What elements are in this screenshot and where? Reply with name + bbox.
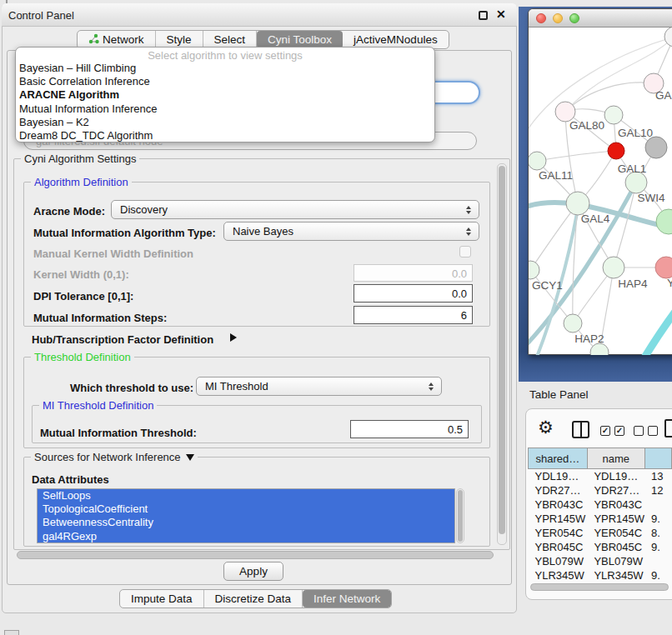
close-icon[interactable]: ✕ — [496, 8, 506, 21]
algorithm-option[interactable]: ARACNE Algorithm — [16, 88, 434, 102]
algorithm-option[interactable]: Dream8 DC_TDC Algorithm — [16, 129, 434, 142]
close-traffic-light-icon[interactable] — [536, 13, 546, 23]
table-cell[interactable] — [644, 498, 671, 512]
network-node[interactable] — [590, 343, 609, 355]
tab-style[interactable]: Style — [156, 31, 203, 48]
attribute-item[interactable]: BetweennessCentrality — [38, 516, 454, 529]
network-canvas[interactable]: GALGAL80GAL10GAL11GAL1SWI4GAL4GCY1HAP4YH… — [529, 28, 672, 355]
table-row[interactable]: YLR345WYLR345W9. — [529, 568, 672, 582]
network-node[interactable] — [566, 192, 589, 215]
table-horizontal-scrollbar[interactable] — [530, 583, 669, 591]
table-cell[interactable]: YBL079W — [587, 554, 644, 568]
network-node[interactable] — [645, 137, 667, 158]
unchecked-checkbox-icon[interactable] — [634, 426, 644, 436]
settings-vertical-scrollbar[interactable] — [497, 163, 507, 545]
attribute-item[interactable]: gal4RGexp — [38, 530, 454, 543]
mi-threshold-field[interactable]: 0.5 — [350, 420, 469, 438]
table-row[interactable]: YDL19…YDL19…13 — [529, 469, 672, 483]
minimize-traffic-light-icon[interactable] — [553, 13, 563, 23]
network-edge[interactable] — [614, 182, 636, 268]
tab-select[interactable]: Select — [203, 31, 258, 48]
tab-cyni-toolbox[interactable]: Cyni Toolbox — [257, 31, 343, 48]
columns-icon[interactable] — [572, 421, 589, 438]
float-window-icon[interactable] — [479, 11, 488, 20]
table-row[interactable]: YBR045CYBR045C9. — [529, 540, 672, 554]
table-cell[interactable]: YDL19… — [529, 469, 588, 483]
dpi-tolerance-field[interactable]: 0.0 — [354, 284, 473, 302]
table-cell[interactable]: YBL079W — [529, 554, 588, 568]
network-edge[interactable] — [537, 151, 616, 161]
table-cell[interactable]: YPR145W — [587, 512, 644, 526]
table-row[interactable]: YPR145WYPR145W9. — [529, 512, 672, 526]
table-cell[interactable]: YBR045C — [529, 540, 588, 554]
network-window-titlebar[interactable] — [529, 9, 672, 28]
table-cell[interactable]: YDL19… — [587, 469, 644, 483]
table-row[interactable]: YBR043CYBR043C — [529, 498, 672, 512]
manual-kernel-width-checkbox[interactable] — [459, 246, 471, 258]
checked-checkbox-icon[interactable]: ✓ — [614, 426, 624, 436]
network-node[interactable] — [656, 209, 672, 234]
scrollbar-thumb[interactable] — [499, 166, 505, 534]
aracne-mode-select[interactable]: Discovery — [111, 200, 479, 219]
tab-network[interactable]: Network — [78, 31, 156, 48]
resize-grip-icon[interactable] — [4, 630, 19, 635]
attribute-list-scrollbar[interactable] — [456, 488, 464, 543]
network-node[interactable] — [564, 314, 582, 332]
table-cell[interactable] — [644, 554, 671, 568]
table-cell[interactable]: 8. — [644, 526, 671, 540]
algorithm-option[interactable]: Bayesian – K2 — [16, 116, 434, 129]
mi-steps-field[interactable]: 6 — [354, 306, 473, 324]
apply-button[interactable]: Apply — [223, 562, 283, 581]
unchecked-checkbox-icon[interactable] — [648, 426, 658, 436]
scrollbar-thumb[interactable] — [458, 490, 463, 542]
table-cell[interactable]: YER054C — [529, 526, 588, 540]
table-row[interactable]: YER054CYER054C8. — [529, 526, 672, 540]
table-row[interactable]: YDR27…YDR27…12 — [529, 483, 672, 498]
network-node[interactable] — [529, 152, 546, 170]
data-attributes-list[interactable]: SelfLoopsTopologicalCoefficientBetweenne… — [37, 488, 455, 543]
table-cell[interactable]: 9. — [644, 568, 671, 582]
attribute-item[interactable]: SelfLoops — [38, 489, 454, 502]
table-cell[interactable]: YBR045C — [587, 540, 644, 554]
gear-icon[interactable]: ⚙ — [538, 418, 554, 438]
tab-impute-data[interactable]: Impute Data — [120, 590, 204, 608]
table-cell[interactable]: 13 — [644, 469, 671, 483]
network-node[interactable] — [603, 257, 624, 278]
mi-algorithm-type-select[interactable]: Naive Bayes — [223, 222, 479, 241]
which-threshold-select[interactable]: MI Threshold — [196, 377, 442, 396]
collapse-arrow-icon[interactable] — [186, 454, 194, 461]
tab-infer-network[interactable]: Infer Network — [303, 590, 391, 608]
column-header[interactable]: name — [587, 448, 644, 469]
expand-arrow-icon[interactable] — [230, 333, 237, 342]
table-cell[interactable]: YBR043C — [587, 498, 644, 512]
table-cell[interactable]: 9. — [644, 512, 671, 526]
network-node[interactable] — [608, 142, 624, 159]
tab-jactivemnodules[interactable]: jActiveMNodules — [343, 31, 449, 48]
attribute-item[interactable]: TopologicalCoefficient — [38, 502, 454, 516]
network-node[interactable] — [604, 106, 623, 124]
tab-discretize-data[interactable]: Discretize Data — [204, 590, 303, 608]
table-cell[interactable]: YDR27… — [529, 483, 588, 498]
kernel-width-field[interactable]: 0.0 — [354, 264, 473, 282]
column-header[interactable]: shared… — [529, 448, 588, 469]
settings-horizontal-scrollbar[interactable] — [17, 551, 494, 559]
table-cell[interactable]: 9. — [644, 540, 671, 554]
network-node[interactable] — [655, 257, 672, 278]
zoom-traffic-light-icon[interactable] — [569, 13, 579, 23]
table-cell[interactable]: YDR27… — [587, 483, 644, 498]
table-row[interactable]: YBL079WYBL079W — [529, 554, 672, 568]
table-cell[interactable]: YBR043C — [529, 498, 588, 512]
table-cell[interactable]: YER054C — [587, 526, 644, 540]
table-cell[interactable]: YLR345W — [529, 568, 588, 582]
network-edge[interactable] — [627, 302, 672, 355]
table-cell[interactable]: YLR345W — [587, 568, 644, 582]
algorithm-option[interactable]: Basic Correlation Inference — [16, 75, 434, 88]
table-cell[interactable]: 12 — [644, 483, 671, 498]
algorithm-option[interactable]: Mutual Information Inference — [16, 102, 434, 116]
document-icon[interactable] — [664, 419, 672, 438]
network-node[interactable] — [529, 261, 539, 279]
algorithm-option[interactable]: Bayesian – Hill Climbing — [16, 62, 434, 75]
table-cell[interactable]: YPR145W — [529, 512, 588, 526]
column-header[interactable] — [644, 448, 671, 469]
checked-checkbox-icon[interactable]: ✓ — [600, 426, 610, 436]
